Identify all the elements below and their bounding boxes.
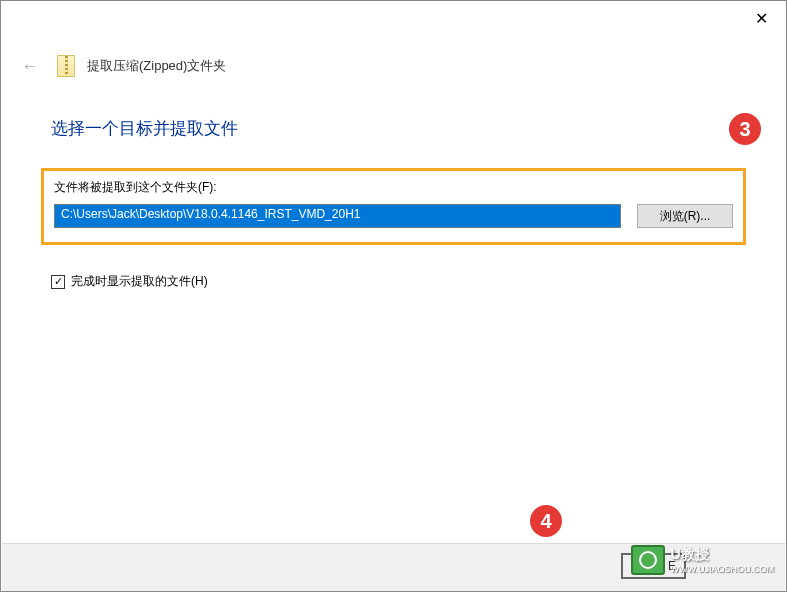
wizard-title: 提取压缩(Zipped)文件夹 xyxy=(87,57,226,75)
annotation-badge-3: 3 xyxy=(729,113,761,145)
show-files-checkbox[interactable]: ✓ xyxy=(51,275,65,289)
watermark-url: WWW.UJIAOSHOU.COM xyxy=(671,564,775,574)
destination-path-input[interactable]: C:\Users\Jack\Desktop\V18.0.4.1146_IRST_… xyxy=(54,204,621,228)
annotation-badge-4: 4 xyxy=(530,505,562,537)
destination-highlight: 文件将被提取到这个文件夹(F): C:\Users\Jack\Desktop\V… xyxy=(41,168,746,245)
wizard-header: ← 提取压缩(Zipped)文件夹 xyxy=(1,41,786,77)
close-icon[interactable]: ✕ xyxy=(755,9,768,28)
destination-label: 文件将被提取到这个文件夹(F): xyxy=(54,179,733,196)
watermark-brand: U教授 xyxy=(671,546,775,564)
zip-folder-icon xyxy=(57,55,75,77)
show-files-label: 完成时显示提取的文件(H) xyxy=(71,273,208,290)
watermark-icon xyxy=(631,545,665,575)
browse-button[interactable]: 浏览(R)... xyxy=(637,204,733,228)
back-arrow-icon: ← xyxy=(21,56,39,77)
page-heading: 选择一个目标并提取文件 xyxy=(1,77,786,140)
watermark: U教授 WWW.UJIAOSHOU.COM xyxy=(631,545,775,575)
